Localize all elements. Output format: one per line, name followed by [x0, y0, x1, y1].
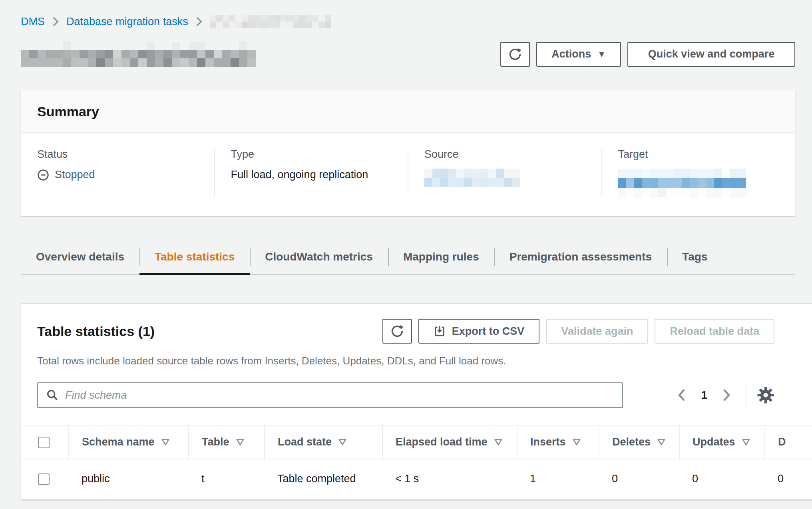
chevron-left-icon	[677, 388, 687, 402]
quick-view-label: Quick view and compare	[648, 48, 775, 60]
breadcrumb-current-redacted	[210, 15, 331, 28]
breadcrumb-link-dms[interactable]: DMS	[21, 16, 45, 28]
page-title-redacted	[21, 42, 256, 67]
export-csv-button[interactable]: Export to CSV	[418, 319, 540, 344]
breadcrumb-link-database-migration-tasks[interactable]: Database migration tasks	[66, 16, 188, 28]
current-page[interactable]: 1	[701, 389, 707, 402]
summary-panel: Summary Status Stopped Type Full load, o…	[21, 90, 795, 216]
column-header-inserts[interactable]: Inserts	[517, 425, 599, 459]
chevron-right-icon	[721, 388, 732, 402]
table-cell: 0	[679, 459, 765, 499]
summary-target-column: Target	[601, 148, 795, 197]
column-label: Inserts	[530, 436, 566, 448]
table-cell: 0	[599, 459, 679, 499]
search-icon	[46, 389, 59, 402]
tab-cloudwatch-metrics[interactable]: CloudWatch metrics	[250, 242, 388, 274]
table-statistics-panel: Table statistics (1)	[21, 303, 812, 500]
table-refresh-button[interactable]	[382, 319, 412, 344]
summary-type-column: Type Full load, ongoing replication	[214, 148, 408, 197]
column-header-d: D	[765, 425, 812, 459]
sort-icon	[236, 438, 245, 446]
tab-tags[interactable]: Tags	[667, 242, 722, 274]
pagination-divider	[746, 384, 746, 407]
table-row: publictTable completed< 1 s1000	[21, 459, 812, 499]
column-label: Elapsed load time	[396, 436, 488, 448]
pagination: 1	[673, 384, 774, 407]
previous-page-button[interactable]	[673, 386, 691, 404]
source-label: Source	[424, 148, 585, 161]
table-cell: public	[69, 459, 189, 499]
actions-button[interactable]: Actions ▼	[536, 42, 621, 67]
schema-search	[37, 382, 623, 408]
validate-again-button[interactable]: Validate again	[546, 319, 648, 344]
column-label: Schema name	[82, 436, 155, 448]
export-csv-label: Export to CSV	[452, 325, 525, 338]
target-link-redacted[interactable]	[618, 169, 746, 197]
reload-table-data-button[interactable]: Reload table data	[655, 319, 774, 344]
quick-view-compare-button[interactable]: Quick view and compare	[627, 42, 795, 67]
status-value: Stopped	[55, 169, 95, 181]
column-label: Updates	[693, 436, 735, 448]
select-all-header	[21, 425, 69, 459]
breadcrumb-separator-icon	[52, 16, 59, 27]
sort-icon	[338, 438, 347, 446]
tab-mapping-rules[interactable]: Mapping rules	[388, 242, 494, 274]
tab-premigration-assessments[interactable]: Premigration assessments	[494, 242, 667, 274]
source-link-redacted[interactable]	[424, 169, 520, 187]
actions-label: Actions	[551, 48, 591, 60]
refresh-icon	[390, 324, 404, 338]
table-cell: t	[189, 459, 265, 499]
row-checkbox[interactable]	[38, 473, 50, 485]
tab-overview-details[interactable]: Overview details	[21, 242, 139, 274]
search-input[interactable]	[65, 389, 614, 402]
column-header-load-state[interactable]: Load state	[265, 425, 382, 459]
table-cell: Table completed	[265, 459, 382, 499]
reload-table-data-label: Reload table data	[670, 325, 759, 338]
summary-title: Summary	[21, 90, 795, 133]
table-header-row: Schema nameTableLoad stateElapsed load t…	[21, 425, 812, 459]
table-settings-button[interactable]	[757, 386, 774, 404]
column-header-updates[interactable]: Updates	[679, 425, 765, 459]
column-header-deletes[interactable]: Deletes	[599, 425, 679, 459]
gear-icon	[757, 386, 774, 404]
status-label: Status	[37, 148, 198, 161]
tabs: Overview detailsTable statisticsCloudWat…	[21, 242, 795, 275]
table-statistics-table: Schema nameTableLoad stateElapsed load t…	[21, 425, 812, 499]
next-page-button[interactable]	[718, 386, 735, 404]
page-header: Actions ▼ Quick view and compare	[21, 42, 795, 67]
summary-status-column: Status Stopped	[21, 148, 214, 197]
sort-icon	[161, 438, 170, 446]
refresh-button[interactable]	[500, 42, 530, 67]
sort-icon	[572, 438, 581, 446]
column-header-elapsed-load-time[interactable]: Elapsed load time	[382, 425, 517, 459]
validate-again-label: Validate again	[561, 325, 633, 338]
select-all-checkbox[interactable]	[38, 437, 50, 448]
table-cell: < 1 s	[382, 459, 517, 499]
sort-icon	[494, 438, 503, 446]
stopped-icon	[37, 169, 49, 181]
download-icon	[434, 325, 446, 337]
column-label: Load state	[278, 436, 332, 448]
type-label: Type	[231, 148, 392, 161]
table-statistics-title: Table statistics (1)	[37, 324, 155, 339]
table-cell: 0	[765, 459, 812, 499]
row-select-cell	[21, 459, 69, 499]
column-header-schema-name[interactable]: Schema name	[69, 425, 189, 459]
page: DMSDatabase migration tasks Actions ▼ Qu…	[0, 0, 812, 500]
type-value: Full load, ongoing replication	[231, 169, 368, 181]
column-header-table[interactable]: Table	[189, 425, 265, 459]
chevron-down-icon: ▼	[597, 50, 606, 58]
refresh-icon	[508, 48, 522, 61]
column-label: D	[778, 436, 786, 448]
target-label: Target	[618, 148, 779, 161]
summary-source-column: Source	[408, 148, 601, 197]
column-label: Table	[202, 436, 229, 448]
column-label: Deletes	[612, 436, 651, 448]
tab-table-statistics[interactable]: Table statistics	[139, 242, 250, 274]
breadcrumb-separator-icon	[195, 16, 203, 27]
table-cell: 1	[517, 459, 599, 499]
sort-icon	[742, 438, 750, 446]
sort-icon	[657, 438, 666, 446]
table-statistics-description: Total rows include loaded source table r…	[37, 355, 774, 367]
breadcrumb: DMSDatabase migration tasks	[21, 14, 812, 30]
